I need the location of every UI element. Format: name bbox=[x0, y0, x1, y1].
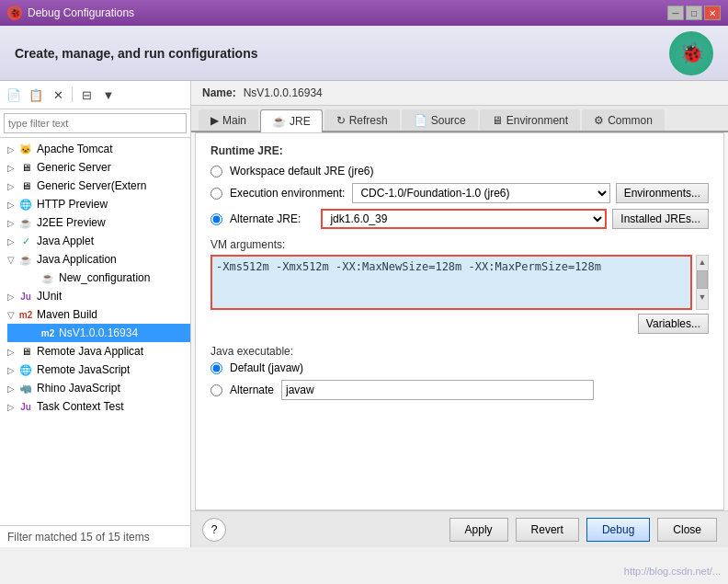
list-item[interactable]: ▷ 🌐 Remote JavaScript bbox=[0, 361, 190, 379]
bottom-right: Apply Revert Debug Close bbox=[449, 518, 717, 542]
alternate-jre-radio[interactable] bbox=[210, 213, 222, 225]
vm-arguments-textarea[interactable]: -Xms512m -Xmx512m -XX:MaxNewSize=128m -X… bbox=[210, 255, 692, 310]
env-tab-label: Environment bbox=[506, 114, 568, 127]
source-tab-icon: 📄 bbox=[414, 114, 427, 127]
java-executable-section: Java executable: Default (javaw) Alterna… bbox=[210, 345, 709, 400]
list-item[interactable]: ▷ Ju Task Context Test bbox=[0, 397, 190, 416]
title-bar: 🐞 Debug Configurations ─ □ ✕ bbox=[0, 0, 728, 26]
jre-tab-icon: ☕ bbox=[272, 115, 286, 128]
name-bar: Name: NsV1.0.0.16934 bbox=[191, 81, 728, 106]
execution-env-label: Execution environment: bbox=[230, 187, 345, 200]
header-title: Create, manage, and run configurations bbox=[15, 46, 258, 61]
refresh-tab-icon: ↻ bbox=[336, 114, 346, 127]
tab-common[interactable]: ⚙ Common bbox=[582, 109, 665, 131]
alternate-exec-input[interactable] bbox=[281, 380, 594, 400]
variables-btn-wrap: Variables... bbox=[210, 314, 709, 334]
collapse-button[interactable]: ⊟ bbox=[76, 85, 97, 105]
revert-button[interactable]: Revert bbox=[516, 518, 579, 542]
workspace-default-radio[interactable] bbox=[210, 166, 222, 177]
j2ee-icon: ☕ bbox=[18, 215, 33, 230]
tab-source[interactable]: 📄 Source bbox=[402, 109, 478, 131]
bottom-left: ? bbox=[202, 518, 226, 542]
environments-button[interactable]: Environments... bbox=[616, 183, 709, 203]
scroll-down-arrow[interactable]: ▼ bbox=[697, 291, 709, 303]
debug-bug-icon: 🐞 bbox=[669, 31, 713, 75]
task-icon: Ju bbox=[18, 399, 33, 414]
workspace-default-row: Workspace default JRE (jre6) bbox=[210, 165, 709, 177]
window-title: Debug Configurations bbox=[28, 6, 134, 19]
help-button[interactable]: ? bbox=[202, 518, 226, 542]
window-controls: ─ □ ✕ bbox=[667, 6, 721, 20]
tab-main[interactable]: ▶ Main bbox=[199, 109, 258, 131]
sidebar-filter-area bbox=[0, 109, 190, 138]
list-item[interactable]: ▷ ✓ Java Applet bbox=[0, 232, 190, 250]
env-tab-icon: 🖥 bbox=[492, 114, 503, 127]
sidebar-toolbar: 📄 📋 ✕ ⊟ ▼ bbox=[0, 81, 190, 109]
execution-env-row: Execution environment: CDC-1.0/Foundatio… bbox=[210, 183, 709, 203]
runtime-jre-label: Runtime JRE: bbox=[210, 144, 709, 157]
tomcat-icon: 🐱 bbox=[18, 142, 33, 156]
scroll-thumb[interactable] bbox=[697, 270, 708, 289]
list-item[interactable]: ▷ ☕ J2EE Preview bbox=[0, 213, 190, 232]
server-extern-icon: 🖥 bbox=[18, 178, 33, 193]
watermark: http://blog.csdn.net/... bbox=[624, 566, 721, 577]
list-item[interactable]: ▷ 🐱 Apache Tomcat bbox=[0, 140, 190, 158]
remote-js-icon: 🌐 bbox=[18, 362, 33, 377]
delete-button[interactable]: ✕ bbox=[48, 85, 68, 105]
debug-button[interactable]: Debug bbox=[586, 518, 650, 542]
minimize-button[interactable]: ─ bbox=[667, 6, 684, 20]
duplicate-button[interactable]: 📋 bbox=[26, 85, 46, 105]
sidebar-tree: ▷ 🐱 Apache Tomcat ▷ 🖥 Generic Server ▷ 🖥… bbox=[0, 138, 190, 525]
new-config-button[interactable]: 📄 bbox=[4, 85, 24, 105]
right-panel: Name: NsV1.0.0.16934 ▶ Main ☕ JRE ↻ Refr… bbox=[191, 81, 728, 547]
app-icon: 🐞 bbox=[7, 6, 22, 20]
name-value: NsV1.0.0.16934 bbox=[244, 86, 323, 99]
vm-arguments-section: VM arguments: -Xms512m -Xmx512m -XX:MaxN… bbox=[210, 238, 709, 334]
list-item[interactable]: ▷ 🦏 Rhino JavaScript bbox=[0, 379, 190, 397]
execution-env-radio[interactable] bbox=[210, 188, 222, 200]
remote-java-icon: 🖥 bbox=[18, 344, 33, 359]
name-label: Name: bbox=[202, 86, 236, 99]
list-item[interactable]: ▷ 🖥 Generic Server bbox=[0, 158, 190, 177]
list-item[interactable]: ▷ 🌐 HTTP Preview bbox=[0, 195, 190, 213]
jre-tab-label: JRE bbox=[290, 115, 311, 128]
tab-environment[interactable]: 🖥 Environment bbox=[480, 109, 580, 131]
sidebar-item-maven[interactable]: ▽ m2 Maven Build bbox=[0, 305, 190, 324]
tab-refresh[interactable]: ↻ Refresh bbox=[324, 109, 400, 131]
list-item[interactable]: ▷ Ju JUnit bbox=[0, 287, 190, 305]
filter-button[interactable]: ▼ bbox=[98, 85, 119, 105]
toolbar-separator bbox=[72, 87, 73, 102]
workspace-default-label: Workspace default JRE (jre6) bbox=[230, 165, 374, 177]
alternate-exec-row: Alternate bbox=[210, 380, 709, 400]
tab-jre[interactable]: ☕ JRE bbox=[260, 109, 323, 132]
server-icon: 🖥 bbox=[18, 160, 33, 175]
list-item[interactable]: ☕ New_configuration bbox=[7, 269, 190, 287]
apply-button[interactable]: Apply bbox=[449, 518, 508, 542]
maximize-button[interactable]: □ bbox=[686, 6, 702, 20]
vm-scrollbar[interactable]: ▲ ▼ bbox=[696, 255, 709, 310]
installed-jres-button[interactable]: Installed JREs... bbox=[612, 209, 709, 229]
alternate-jre-select[interactable]: jdk1.6.0_39 bbox=[321, 209, 607, 229]
refresh-tab-label: Refresh bbox=[349, 114, 388, 127]
alternate-jre-row: Alternate JRE: jdk1.6.0_39 Installed JRE… bbox=[210, 209, 709, 229]
list-item[interactable]: ▷ 🖥 Generic Server(Extern bbox=[0, 177, 190, 195]
variables-button[interactable]: Variables... bbox=[638, 314, 709, 334]
filter-input[interactable] bbox=[4, 113, 187, 133]
nsv-icon: m2 bbox=[40, 326, 55, 340]
default-javaw-label: Default (javaw) bbox=[230, 361, 303, 374]
default-javaw-radio[interactable] bbox=[210, 362, 222, 374]
vm-arguments-label: VM arguments: bbox=[210, 238, 709, 251]
jre-panel: Runtime JRE: Workspace default JRE (jre6… bbox=[195, 132, 724, 510]
close-dialog-button[interactable]: Close bbox=[657, 518, 717, 542]
rhino-icon: 🦏 bbox=[18, 381, 33, 395]
sidebar-item-java-application[interactable]: ▽ ☕ Java Application bbox=[0, 250, 190, 269]
sidebar-footer: Filter matched 15 of 15 items bbox=[0, 525, 190, 547]
close-button[interactable]: ✕ bbox=[704, 6, 721, 20]
execution-env-select[interactable]: CDC-1.0/Foundation-1.0 (jre6) bbox=[352, 183, 609, 203]
list-item[interactable]: ▷ 🖥 Remote Java Applicat bbox=[0, 342, 190, 361]
alternate-exec-radio[interactable] bbox=[210, 384, 222, 396]
source-tab-label: Source bbox=[431, 114, 466, 127]
scroll-up-arrow[interactable]: ▲ bbox=[697, 256, 709, 269]
bottom-bar: ? Apply Revert Debug Close bbox=[191, 510, 728, 547]
sidebar-item-nsv[interactable]: m2 NsV1.0.0.16934 bbox=[7, 324, 190, 342]
